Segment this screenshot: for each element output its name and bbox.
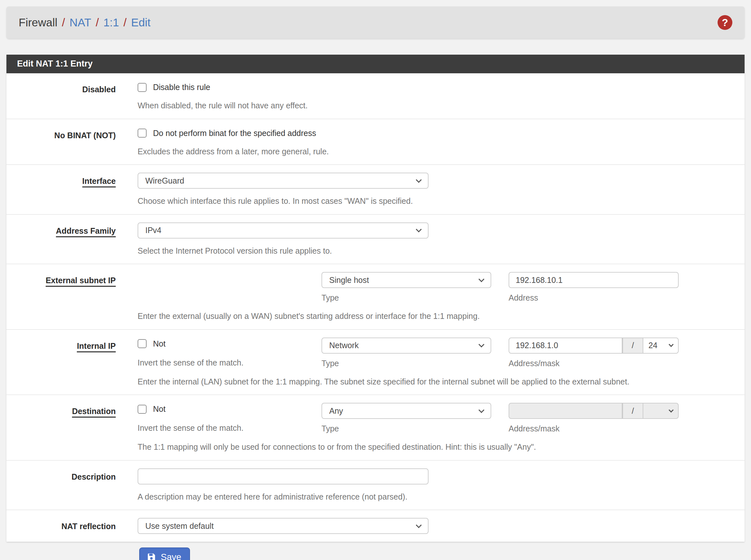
help-icon[interactable]: ?	[717, 15, 732, 30]
internal-address-input[interactable]	[509, 338, 622, 354]
form-row-address-family: Address Family IPv4 Select the Internet …	[6, 215, 745, 264]
nat-reflection-select-value: Use system default	[145, 521, 214, 531]
internal-mask-select[interactable]: 24	[643, 338, 679, 354]
internal-type-caption: Type	[321, 359, 491, 368]
internal-mask-select-value: 24	[649, 341, 657, 350]
destination-type-select-value: Any	[329, 406, 343, 416]
field-label-internal-ip: Internal IP	[6, 338, 116, 387]
form-row-interface: Interface WireGuard Choose which interfa…	[6, 165, 745, 215]
external-type-select[interactable]: Single host	[321, 272, 491, 288]
chevron-down-icon	[669, 342, 674, 347]
destination-not-checkbox-label[interactable]: Not	[153, 404, 165, 414]
destination-not-checkbox[interactable]	[138, 405, 146, 414]
nobinat-checkbox-label[interactable]: Do not perform binat for the specified a…	[153, 128, 316, 138]
help-text-address-family: Select the Internet Protocol version thi…	[138, 246, 735, 256]
breadcrumb-separator: /	[62, 16, 65, 29]
external-type-select-value: Single host	[329, 276, 369, 285]
internal-not-checkbox[interactable]	[138, 339, 146, 348]
breadcrumb-separator: /	[96, 16, 99, 29]
breadcrumb-item-edit[interactable]: Edit	[131, 16, 151, 29]
destination-type-caption: Type	[321, 424, 491, 433]
external-type-caption: Type	[321, 293, 491, 302]
field-label-destination: Destination	[6, 403, 116, 452]
breadcrumb-item-1-1[interactable]: 1:1	[103, 16, 119, 29]
destination-not-help: Invert the sense of the match.	[138, 423, 321, 433]
breadcrumb: Firewall / NAT / 1:1 / Edit ?	[6, 6, 745, 39]
form-row-disabled: Disabled Disable this rule When disabled…	[6, 73, 745, 119]
internal-type-select[interactable]: Network	[321, 338, 491, 354]
disable-rule-checkbox-label[interactable]: Disable this rule	[153, 83, 210, 92]
address-mask-separator: /	[622, 338, 643, 354]
field-label-nobinat: No BINAT (NOT)	[6, 127, 116, 157]
address-mask-separator: /	[622, 403, 643, 419]
help-text-interface: Choose which interface this rule applies…	[138, 196, 735, 206]
save-button[interactable]: Save	[139, 547, 190, 560]
destination-type-select[interactable]: Any	[321, 403, 491, 419]
destination-address-input	[509, 403, 622, 419]
description-input[interactable]	[138, 468, 429, 484]
interface-select-value: WireGuard	[145, 176, 184, 185]
address-family-select-value: IPv4	[145, 226, 161, 235]
chevron-down-icon	[416, 226, 421, 232]
breadcrumb-separator: /	[123, 16, 127, 29]
chevron-down-icon	[478, 276, 484, 282]
chevron-down-icon	[416, 522, 421, 528]
interface-select[interactable]: WireGuard	[138, 173, 429, 189]
destination-mask-select	[643, 403, 679, 419]
form-row-nobinat: No BINAT (NOT) Do not perform binat for …	[6, 119, 745, 165]
internal-not-help: Invert the sense of the match.	[138, 358, 321, 367]
breadcrumb-item-nat[interactable]: NAT	[70, 16, 91, 29]
chevron-down-icon	[669, 407, 674, 413]
help-text-destination: The 1:1 mapping will only be used for co…	[138, 442, 735, 452]
form-row-description: Description A description may be entered…	[6, 461, 745, 511]
field-label-nat-reflection: NAT reflection	[6, 518, 116, 534]
floppy-disk-icon	[146, 552, 156, 560]
destination-address-caption: Address/mask	[509, 424, 679, 433]
internal-type-select-value: Network	[329, 341, 359, 350]
form-row-destination: Destination Not Invert the sense of the …	[6, 395, 745, 461]
chevron-down-icon	[478, 407, 484, 413]
external-address-input[interactable]	[509, 272, 679, 288]
field-label-external-subnet: External subnet IP	[6, 272, 116, 321]
breadcrumb-item-firewall: Firewall	[19, 16, 58, 29]
form-row-nat-reflection: NAT reflection Use system default	[6, 510, 745, 542]
form-row-external-subnet: External subnet IP Single host Type Addr…	[6, 264, 745, 330]
panel-title: Edit NAT 1:1 Entry	[6, 55, 745, 73]
field-label-address-family: Address Family	[6, 222, 116, 256]
help-text-disabled: When disabled, the rule will not have an…	[138, 100, 735, 111]
save-button-label: Save	[161, 552, 181, 560]
nat-reflection-select[interactable]: Use system default	[138, 518, 429, 534]
edit-nat-panel: Edit NAT 1:1 Entry Disabled Disable this…	[6, 55, 745, 542]
form-row-internal-ip: Internal IP Not Invert the sense of the …	[6, 330, 745, 395]
nobinat-checkbox[interactable]	[138, 128, 146, 138]
disable-rule-checkbox[interactable]	[138, 83, 146, 92]
address-family-select[interactable]: IPv4	[138, 222, 429, 239]
help-text-description: A description may be entered here for ad…	[138, 492, 735, 502]
help-text-external-subnet: Enter the external (usually on a WAN) su…	[138, 311, 735, 321]
field-label-description: Description	[6, 468, 116, 502]
help-text-nobinat: Excludes the address from a later, more …	[138, 146, 735, 157]
field-label-interface: Interface	[6, 173, 116, 206]
external-address-caption: Address	[509, 293, 679, 302]
chevron-down-icon	[416, 177, 421, 183]
help-text-internal-ip: Enter the internal (LAN) subnet for the …	[138, 377, 735, 387]
chevron-down-icon	[478, 341, 484, 347]
field-label-disabled: Disabled	[6, 81, 116, 111]
internal-address-caption: Address/mask	[509, 359, 679, 368]
internal-not-checkbox-label[interactable]: Not	[153, 339, 165, 348]
